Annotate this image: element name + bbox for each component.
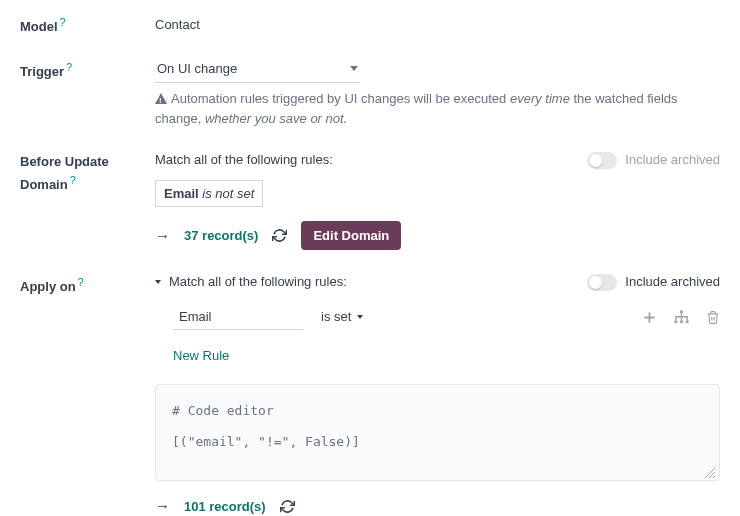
apply-include-archived-label: Include archived	[625, 272, 720, 292]
branch-rule-icon[interactable]	[673, 306, 690, 329]
trigger-help-icon[interactable]: ?	[66, 61, 72, 73]
trigger-select[interactable]: On UI change	[155, 57, 360, 84]
model-label: Model	[20, 19, 58, 34]
before-match-text: Match all of the following rules:	[155, 150, 333, 170]
before-rule-condition: is not set	[202, 186, 254, 201]
delete-rule-icon[interactable]	[706, 306, 720, 329]
arrow-right-icon: →	[155, 495, 170, 516]
svg-rect-2	[680, 311, 683, 314]
apply-on-help-icon[interactable]: ?	[78, 276, 84, 288]
new-rule-link[interactable]: New Rule	[173, 346, 229, 366]
code-expression: [("email", "!=", False)]	[172, 430, 703, 455]
before-include-archived-toggle[interactable]	[587, 152, 617, 169]
apply-match-text: Match all of the following rules:	[169, 272, 347, 292]
apply-rule-field-select[interactable]: Email	[173, 304, 303, 331]
caret-down-icon	[350, 66, 358, 71]
apply-records-link[interactable]: 101 record(s)	[184, 497, 266, 516]
arrow-right-icon: →	[155, 225, 170, 248]
code-comment: # Code editor	[172, 399, 703, 424]
before-include-archived-label: Include archived	[625, 150, 720, 170]
apply-on-label: Apply on	[20, 280, 76, 295]
before-rule-field: Email	[164, 186, 199, 201]
apply-refresh-icon[interactable]	[280, 499, 295, 514]
warning-icon	[155, 93, 167, 104]
svg-rect-5	[686, 321, 689, 324]
trigger-hint: Automation rules triggered by UI changes…	[155, 89, 720, 128]
before-records-link[interactable]: 37 record(s)	[184, 226, 258, 246]
apply-rule-operator-select[interactable]: is set	[321, 307, 363, 327]
model-help-icon[interactable]: ?	[60, 16, 66, 28]
domain-code-editor[interactable]: # Code editor [("email", "!=", False)]	[155, 384, 720, 481]
resize-handle-icon[interactable]	[705, 468, 715, 478]
trigger-label: Trigger	[20, 64, 64, 79]
collapse-caret-icon[interactable]	[155, 280, 161, 284]
svg-rect-3	[674, 321, 677, 324]
before-rule-chip: Email is not set	[155, 180, 263, 208]
caret-down-icon	[357, 315, 363, 319]
before-refresh-icon[interactable]	[272, 228, 287, 243]
model-value[interactable]: Contact	[155, 17, 200, 32]
svg-rect-4	[680, 321, 683, 324]
trigger-value: On UI change	[157, 59, 237, 79]
add-rule-icon[interactable]	[642, 306, 657, 329]
edit-domain-button[interactable]: Edit Domain	[301, 221, 401, 250]
apply-include-archived-toggle[interactable]	[587, 274, 617, 291]
before-update-help-icon[interactable]: ?	[70, 174, 76, 186]
before-update-label: Before UpdateDomain	[20, 154, 109, 192]
